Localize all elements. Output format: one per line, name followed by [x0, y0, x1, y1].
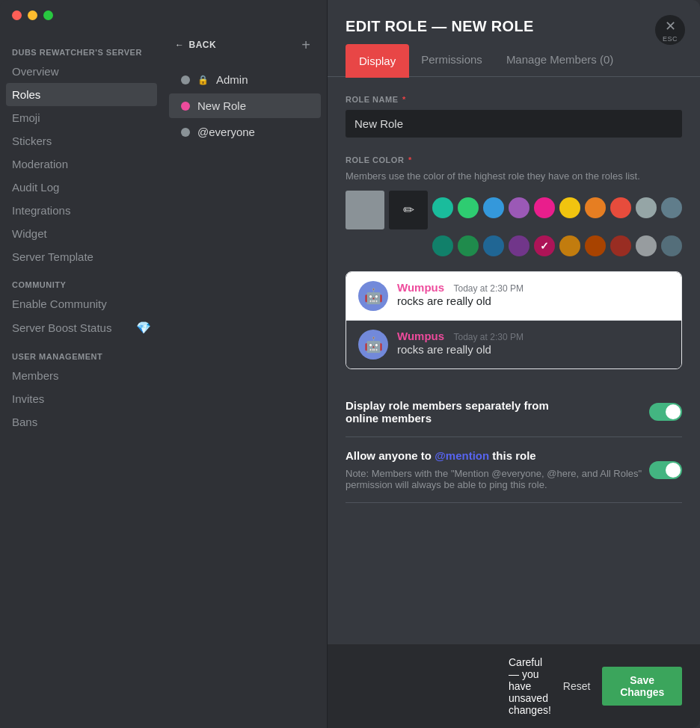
color-description: Members use the color of the highest rol…: [346, 170, 682, 182]
color-swatch[interactable]: [509, 235, 529, 256]
role-item-admin[interactable]: 🔒 Admin: [169, 67, 321, 92]
sidebar-section-user-management: User Management: [6, 340, 157, 364]
sidebar-item-widget[interactable]: Widget: [6, 222, 157, 245]
color-swatch[interactable]: [636, 235, 657, 256]
boost-icon: 💎: [136, 321, 151, 335]
role-name: @everyone: [197, 126, 255, 138]
color-swatch[interactable]: [432, 197, 453, 218]
sidebar-item-invites[interactable]: Invites: [6, 387, 157, 410]
color-swatch[interactable]: [661, 197, 682, 218]
preview-message-text-dark: rocks are really old: [397, 343, 524, 356]
tab-manage-members-label: Manage Members (0): [506, 53, 613, 66]
color-swatch[interactable]: [509, 197, 529, 218]
toggle-display[interactable]: [649, 403, 682, 421]
toggle-mention-note: Note: Members with the "Mention @everyon…: [346, 468, 649, 490]
color-row-1: [432, 197, 682, 218]
tab-manage-members[interactable]: Manage Members (0): [494, 44, 625, 77]
role-color-dot: [181, 102, 190, 111]
sidebar-item-label: Members: [12, 369, 59, 382]
tab-permissions[interactable]: Permissions: [409, 44, 494, 77]
sidebar-item-members[interactable]: Members: [6, 364, 157, 387]
edit-role-title: EDIT ROLE — NEW ROLE: [346, 18, 534, 35]
sidebar-item-bans[interactable]: Bans: [6, 410, 157, 434]
preview-avatar-dark: 🤖: [358, 330, 388, 360]
save-changes-button[interactable]: Save Changes: [602, 667, 682, 706]
preview-timestamp-dark: Today at 2:30 PM: [454, 332, 524, 342]
preview-avatar-light: 🤖: [358, 281, 388, 311]
color-swatch[interactable]: [610, 197, 631, 218]
roles-panel-header: ← Back +: [163, 36, 327, 66]
unsaved-warning: Careful — you have unsaved changes!: [509, 656, 551, 716]
toggle-mention[interactable]: [649, 461, 682, 479]
reset-button[interactable]: Reset: [563, 680, 591, 692]
toggle-mention-row: Allow anyone to @mention this role Note:…: [346, 437, 682, 503]
sidebar-item-label: Enable Community: [12, 297, 107, 310]
sidebar-item-enable-community[interactable]: Enable Community: [6, 292, 157, 315]
color-required-marker: *: [408, 155, 412, 164]
maximize-button[interactable]: [43, 10, 53, 20]
sidebar-item-audit-log[interactable]: Audit Log: [6, 176, 157, 199]
add-role-button[interactable]: +: [297, 36, 315, 54]
back-label: Back: [189, 40, 217, 50]
esc-label: ESC: [663, 35, 678, 43]
role-color-section: Role Color * Members use the color of th…: [346, 155, 682, 256]
sidebar-item-server-boost-status[interactable]: Server Boost Status 💎: [6, 315, 157, 340]
preview-username-dark: Wumpus: [397, 330, 444, 342]
sidebar-item-overview[interactable]: Overview: [6, 60, 157, 83]
tab-display[interactable]: Display: [346, 44, 409, 78]
sidebar-item-label: Widget: [12, 227, 47, 240]
tabs-bar: Display Permissions Manage Members (0): [328, 44, 700, 77]
color-swatch[interactable]: [432, 235, 453, 256]
color-swatch[interactable]: [534, 197, 555, 218]
sidebar-item-moderation[interactable]: Moderation: [6, 152, 157, 176]
minimize-button[interactable]: [28, 10, 37, 20]
role-preview-box: 🤖 Wumpus Today at 2:30 PM rocks are real…: [346, 271, 682, 369]
color-preview-row: ✏: [346, 191, 682, 229]
close-button[interactable]: [12, 10, 22, 20]
toggle-display-row: Display role members separately from onl…: [346, 387, 682, 437]
role-color-dot: [181, 128, 190, 137]
sidebar-item-label: Integrations: [12, 204, 70, 217]
role-name-input[interactable]: [346, 110, 682, 138]
sidebar: Dubs Rewatcher's Server Overview Roles E…: [0, 0, 163, 728]
role-item-new-role[interactable]: New Role: [169, 93, 321, 118]
color-swatch-selected[interactable]: [534, 235, 555, 256]
color-swatch[interactable]: [458, 235, 479, 256]
sidebar-item-label: Bans: [12, 416, 37, 428]
sidebar-item-stickers[interactable]: Stickers: [6, 129, 157, 152]
color-swatch[interactable]: [483, 197, 504, 218]
back-arrow-icon: ←: [175, 40, 185, 50]
sidebar-section-community: Community: [6, 268, 157, 292]
toggle-mention-content: Allow anyone to @mention this role Note:…: [346, 449, 649, 490]
color-swatch[interactable]: [585, 197, 606, 218]
color-swatch[interactable]: [458, 197, 479, 218]
sidebar-item-server-template[interactable]: Server Template: [6, 245, 157, 268]
esc-button[interactable]: ✕ ESC: [655, 15, 685, 45]
role-name-label: Role Name *: [346, 95, 682, 104]
sidebar-item-label: Moderation: [12, 158, 68, 170]
role-item-everyone[interactable]: @everyone: [169, 120, 321, 144]
sidebar-item-label: Stickers: [12, 135, 52, 147]
preview-message-dark: 🤖 Wumpus Today at 2:30 PM rocks are real…: [346, 321, 681, 368]
color-swatch[interactable]: [483, 235, 504, 256]
content-area: Role Name * Role Color * Members use the…: [328, 77, 700, 728]
color-swatch[interactable]: [559, 235, 580, 256]
roles-panel: ← Back + 🔒 Admin New Role @everyone: [163, 0, 328, 728]
role-name: Admin: [216, 73, 248, 86]
sidebar-item-emoji[interactable]: Emoji: [6, 106, 157, 129]
color-swatch[interactable]: [661, 235, 682, 256]
color-picker-button[interactable]: ✏: [389, 191, 428, 229]
color-row-2: [346, 235, 682, 256]
sidebar-item-roles[interactable]: Roles: [6, 83, 157, 106]
preview-username-light: Wumpus: [397, 281, 444, 294]
color-swatch[interactable]: [585, 235, 606, 256]
back-button[interactable]: ← Back: [175, 40, 216, 50]
color-swatch[interactable]: [559, 197, 580, 218]
toggle-knob: [666, 463, 681, 478]
toggle-mention-label: Allow anyone to @mention this role: [346, 449, 570, 462]
color-swatch[interactable]: [610, 235, 631, 256]
tab-permissions-label: Permissions: [421, 53, 482, 66]
bottom-bar: Careful — you have unsaved changes! Rese…: [328, 644, 700, 728]
sidebar-item-integrations[interactable]: Integrations: [6, 199, 157, 222]
color-swatch[interactable]: [636, 197, 657, 218]
